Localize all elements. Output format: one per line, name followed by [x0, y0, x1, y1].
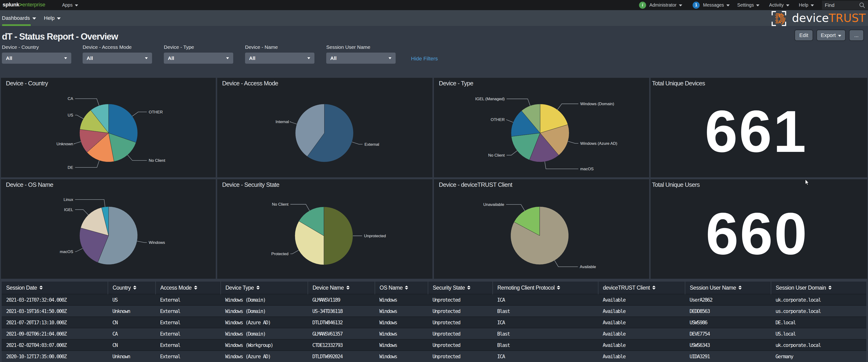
export-button[interactable]: Export: [816, 30, 846, 41]
table-cell: External: [156, 294, 221, 305]
pie-label-leader: [137, 241, 147, 242]
chevron-down-icon: [226, 57, 229, 59]
single-value: 660: [706, 204, 808, 263]
menu-help[interactable]: Help: [799, 0, 814, 10]
table-cell: uk.corporate.local: [771, 294, 866, 305]
hide-filters-link[interactable]: Hide Filters: [411, 56, 438, 62]
filter-dropdown-0[interactable]: All: [2, 53, 71, 64]
column-header-devicetrust-client[interactable]: deviceTRUST Client: [598, 282, 685, 294]
filter-dropdown-3[interactable]: All: [245, 53, 314, 64]
panel-title: Total Unique Users: [652, 182, 700, 188]
table-cell: Windows: [375, 317, 428, 328]
pie-chart[interactable]: WindowsmacOSIGELLinux: [1, 179, 216, 279]
pie-label-leader: [506, 120, 513, 122]
sort-icon: [557, 286, 560, 290]
table-row[interactable]: 2020-10-12T17:35:00.000ZUnknownExternalW…: [2, 351, 866, 362]
pie-chart[interactable]: Windows (Domain)Windows (Azure AD)macOSN…: [434, 78, 649, 177]
splunk-logo[interactable]: splunk>enterprise: [3, 2, 45, 8]
table-cell: Windows: [375, 339, 428, 351]
menu-settings[interactable]: Settings: [737, 0, 760, 10]
table-cell: 2021-02-02T04:03:07.000Z: [2, 339, 108, 351]
filter-label-2: Device - Type: [164, 44, 194, 50]
chevron-down-icon: [389, 57, 392, 59]
pie-chart[interactable]: AvailableUnavailable: [434, 179, 649, 279]
table-cell: GLMANSV61357: [308, 328, 375, 339]
table-cell: Windows (Domain): [221, 328, 308, 339]
pie-slice-unprotected[interactable]: [324, 207, 353, 265]
pie-slice-label: IGEL: [64, 207, 73, 212]
pie-chart[interactable]: OTHERNo ClientDEUnknownUSCA: [1, 78, 216, 177]
table-cell: us.corporate.local: [771, 305, 866, 317]
pie-slice-label: Protected: [271, 252, 288, 256]
table-cell: CN: [108, 317, 156, 328]
menu-activity[interactable]: Activity: [769, 0, 789, 10]
table-cell: Unprotected: [428, 328, 493, 339]
sort-icon: [39, 286, 43, 290]
table-cell: CA: [108, 328, 156, 339]
column-header-security-state[interactable]: Security State: [428, 282, 493, 294]
edit-button[interactable]: Edit: [794, 30, 813, 41]
table-cell: External: [156, 339, 221, 351]
table-cell: Unprotected: [428, 351, 493, 362]
column-header-remoting-client-protocol[interactable]: Remoting Client Protocol: [493, 282, 598, 294]
table-cell: External: [156, 305, 221, 317]
pie-label-leader: [545, 162, 578, 169]
info-icon: i: [639, 2, 646, 9]
table-row[interactable]: 2021-07-20T17:13:10.000ZCNExternalWindow…: [2, 317, 866, 328]
panel-device-access-mode: Device - Access ModeExternalInternal: [217, 78, 432, 177]
filter-dropdown-1[interactable]: All: [83, 53, 152, 64]
pie-label-leader: [74, 142, 81, 144]
table-cell: Unknown: [108, 305, 156, 317]
column-header-country[interactable]: Country: [108, 282, 156, 294]
sort-icon: [828, 286, 832, 290]
more-actions-button[interactable]: ...: [849, 30, 864, 41]
filter-label-4: Session User Name: [326, 44, 370, 50]
pie-slice-label: Linux: [63, 197, 73, 202]
pie-label-leader: [75, 199, 105, 207]
column-header-access-mode[interactable]: Access Mode: [156, 282, 221, 294]
table-cell: 2021-09-02T06:21:04.000Z: [2, 328, 108, 339]
menu-messages[interactable]: 1Messages: [692, 0, 730, 10]
menu-administrator[interactable]: iAdministrator: [639, 0, 682, 10]
page-title: dT - Status Report - Overview: [2, 32, 118, 42]
table-row[interactable]: 2021-02-02T04:03:07.000ZCNExternalWindow…: [2, 339, 866, 351]
filter-dropdown-2[interactable]: All: [164, 53, 233, 64]
column-header-os-name[interactable]: OS Name: [375, 282, 428, 294]
column-header-session-date[interactable]: Session Date: [2, 282, 108, 294]
table-cell: Germany: [771, 351, 866, 362]
column-header-session-user-domain[interactable]: Session User Domain: [771, 282, 866, 294]
active-tab-underline: [2, 24, 31, 26]
column-header-session-user-name[interactable]: Session User Name: [685, 282, 771, 294]
table-cell: ICA: [493, 351, 598, 362]
table-cell: Unprotected: [428, 294, 493, 305]
pie-chart[interactable]: ExternalInternal: [217, 78, 432, 177]
table-cell: UIDA3291: [685, 351, 771, 362]
pie-label-leader: [290, 204, 309, 210]
table-cell: Windows: [375, 294, 428, 305]
filter-label-0: Device - Country: [2, 44, 39, 50]
chevron-down-icon: [756, 4, 760, 6]
table-cell: ICA: [493, 317, 598, 328]
pie-slice-label: macOS: [60, 250, 73, 254]
pie-label-leader: [506, 99, 530, 106]
menu-apps[interactable]: Apps: [62, 0, 78, 10]
pie-label-leader: [352, 142, 363, 144]
pie-chart[interactable]: UnprotectedProtectedNo Client: [217, 179, 432, 279]
column-header-device-type[interactable]: Device Type: [221, 282, 308, 294]
panel-device-country: Device - CountryOTHERNo ClientDEUnknownU…: [1, 78, 216, 177]
table-row[interactable]: 2021-03-19T16:41:50.000ZUnknownExternalW…: [2, 305, 866, 317]
tab-help[interactable]: Help: [44, 10, 61, 26]
filter-dropdown-4[interactable]: All: [326, 53, 396, 64]
table-cell: Windows (Azure AD): [221, 317, 308, 328]
table-row[interactable]: 2021-09-02T06:21:04.000ZCAExternalWindow…: [2, 328, 866, 339]
pie-slice-label: Windows (Domain): [580, 102, 614, 106]
table-cell: Available: [598, 294, 685, 305]
find-search-input[interactable]: Find: [822, 1, 868, 10]
sort-icon: [346, 286, 350, 290]
column-header-device-name[interactable]: Device Name: [308, 282, 375, 294]
table-row[interactable]: 2021-03-21T07:32:04.000ZUSExternalWindow…: [2, 294, 866, 305]
sort-icon: [256, 286, 260, 290]
pie-label-leader: [555, 260, 578, 267]
table-cell: Available: [598, 339, 685, 351]
tab-dashboards[interactable]: Dashboards: [2, 10, 36, 26]
